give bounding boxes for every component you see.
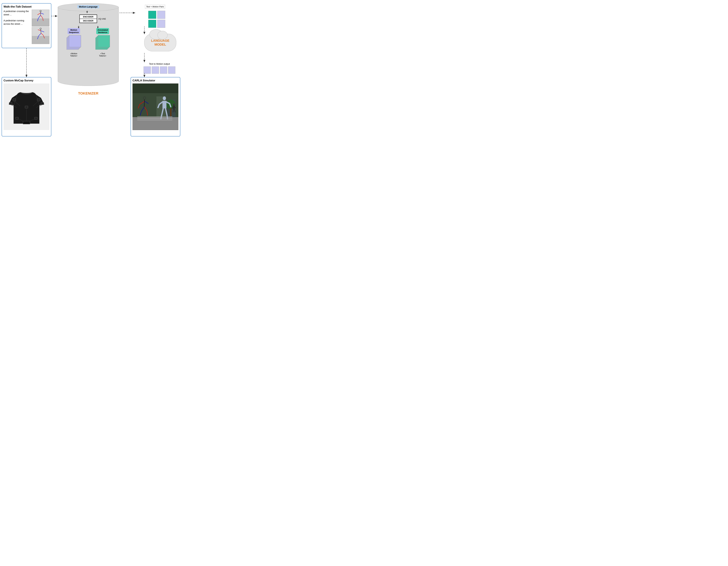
output-token-1: [144, 66, 151, 74]
svg-rect-20: [13, 99, 16, 101]
svg-rect-10: [32, 36, 49, 44]
annotated-card-4: [98, 35, 110, 47]
diagram-container: Walk-the-Talk Dataset A pedestrian cross…: [0, 0, 182, 141]
skeleton-image-1: [32, 10, 49, 26]
svg-rect-41: [170, 108, 171, 116]
cylinder: Motion-Language ENCODER DECODER VQ-VAE M…: [58, 3, 119, 90]
dataset-text-2: A pedestrian running across the street .…: [4, 19, 30, 26]
carla-box-title: CARLA Simulator: [133, 79, 178, 82]
svg-rect-0: [32, 18, 49, 26]
pairs-area: Text + Motion Pairs: [145, 5, 180, 28]
output-token-2: [152, 66, 159, 74]
svg-rect-36: [133, 116, 178, 130]
motion-tokens-label: <MotionTokens>: [70, 52, 77, 57]
pair-teal-1: [148, 11, 156, 19]
enc-dec-inner: ENCODER DECODER: [79, 14, 97, 23]
motion-stacked-cards: [67, 35, 81, 51]
dataset-box-title: Walk-the-Talk Dataset: [4, 5, 49, 8]
dataset-content: A pedestrian crossing the street ... A p…: [4, 10, 49, 44]
pair-purple-1: [157, 11, 165, 19]
svg-rect-11: [32, 27, 49, 36]
svg-point-52: [163, 96, 166, 100]
output-label: Text to Motion output: [139, 63, 180, 65]
decoder-row: DECODER: [80, 19, 97, 23]
tokens-area: MotionSequence <MotionTokens> AnnotatedS…: [60, 28, 116, 57]
vq-vae-label: VQ-VAE: [98, 18, 106, 20]
encoder-decoder-box: ENCODER DECODER VQ-VAE: [79, 14, 97, 23]
annotated-stacked-cards: [95, 35, 110, 51]
output-tokens: [139, 66, 180, 74]
motion-language-label: Motion-Language: [77, 5, 99, 8]
pairs-grid: [148, 11, 180, 28]
pair-teal-2: [148, 20, 156, 28]
motion-sequence-group: MotionSequence <MotionTokens>: [60, 28, 87, 57]
motion-sequence-label: MotionSequence: [68, 28, 80, 34]
mocap-image: [4, 83, 49, 130]
cloud-shape: LANGUAGEMODEL: [144, 34, 176, 51]
language-model-area: LANGUAGEMODEL: [144, 34, 180, 51]
pairs-label: Text + Motion Pairs: [145, 5, 165, 9]
pair-purple-2: [157, 20, 165, 28]
text-tokens-label: <TextTokens>: [99, 52, 106, 57]
output-area: Text to Motion output: [139, 63, 180, 74]
mocap-box-title: Custom MoCap Survey: [4, 79, 49, 82]
svg-rect-61: [137, 119, 172, 120]
encoder-row: ENCODER: [80, 15, 97, 19]
svg-rect-60: [137, 118, 172, 119]
svg-point-53: [173, 103, 175, 105]
skeleton-image-2: [32, 27, 49, 44]
motion-card-4: [69, 35, 81, 47]
svg-rect-24: [25, 106, 28, 108]
svg-rect-21: [37, 99, 40, 101]
carla-image: [133, 83, 178, 130]
tokenizer-label: TOKENIZER: [58, 91, 119, 95]
dataset-box: Walk-the-Talk Dataset A pedestrian cross…: [2, 3, 51, 48]
tokenizer-area: Motion-Language ENCODER DECODER VQ-VAE M…: [57, 3, 120, 96]
dataset-images: [32, 10, 49, 44]
svg-rect-59: [137, 116, 172, 117]
dataset-text-1: A pedestrian crossing the street ...: [4, 10, 30, 16]
annotated-sentence-group: AnnotatedSentence <TextTokens>: [89, 28, 116, 57]
carla-box: CARLA Simulator: [131, 77, 180, 136]
output-token-3: [160, 66, 167, 74]
output-token-4: [168, 66, 175, 74]
svg-rect-25: [23, 121, 30, 124]
svg-rect-54: [173, 105, 175, 109]
mocap-box: Custom MoCap Survey: [2, 77, 51, 136]
annotated-sentence-label: AnnotatedSentence: [96, 28, 109, 34]
dataset-text: A pedestrian crossing the street ... A p…: [4, 10, 30, 26]
svg-rect-22: [9, 102, 12, 105]
svg-rect-23: [41, 102, 44, 105]
cloud-text: LANGUAGEMODEL: [151, 39, 169, 46]
